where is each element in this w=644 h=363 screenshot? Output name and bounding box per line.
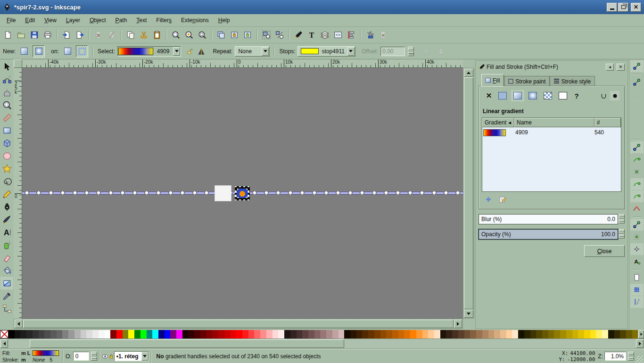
palette-swatch[interactable] bbox=[452, 330, 458, 338]
stop-select[interactable]: stop4911 bbox=[297, 46, 355, 57]
palette-config-arrow[interactable] bbox=[638, 330, 644, 338]
palette-swatch[interactable] bbox=[530, 330, 537, 338]
tab-stroke-paint[interactable]: Stroke paint bbox=[504, 76, 550, 86]
snap-bounding-box-button[interactable] bbox=[630, 76, 644, 88]
blur-spinner[interactable] bbox=[619, 214, 625, 223]
resize-grip[interactable] bbox=[636, 356, 643, 363]
palette-swatch[interactable] bbox=[380, 330, 387, 338]
swatch-button[interactable] bbox=[556, 90, 570, 101]
gradient-handle[interactable] bbox=[24, 190, 29, 195]
palette-swatch[interactable] bbox=[8, 330, 15, 338]
scroll-up-button[interactable] bbox=[464, 69, 473, 77]
group-button[interactable] bbox=[260, 29, 272, 41]
snap-nodes-button[interactable] bbox=[630, 141, 644, 153]
palette-swatch[interactable] bbox=[458, 330, 464, 338]
palette-swatch[interactable] bbox=[110, 330, 116, 338]
import-button[interactable] bbox=[60, 29, 73, 41]
layer-select-arrow[interactable] bbox=[141, 352, 149, 361]
palette-swatch[interactable] bbox=[50, 330, 57, 338]
preferences-button[interactable] bbox=[364, 29, 376, 41]
fill-rule-nonzero-button[interactable] bbox=[610, 91, 619, 100]
palette-scrollbar[interactable] bbox=[0, 338, 644, 349]
palette-swatch[interactable] bbox=[272, 330, 279, 338]
palette-swatch[interactable] bbox=[33, 330, 39, 338]
selector-button[interactable] bbox=[0, 60, 13, 73]
text-dialog-button[interactable] bbox=[305, 29, 318, 41]
palette-swatch[interactable] bbox=[308, 330, 314, 338]
gradient-handle[interactable] bbox=[168, 190, 173, 195]
palette-swatch[interactable] bbox=[494, 330, 500, 338]
rectangle-button[interactable] bbox=[0, 124, 13, 137]
master-opacity-input[interactable]: 0 bbox=[73, 352, 89, 361]
palette-swatch[interactable] bbox=[297, 330, 303, 338]
palette-swatch[interactable] bbox=[566, 330, 572, 338]
palette-swatch[interactable] bbox=[218, 330, 224, 338]
palette-swatch[interactable] bbox=[446, 330, 452, 338]
eraser-button[interactable] bbox=[0, 251, 13, 264]
linear-gradient-button[interactable] bbox=[511, 90, 524, 101]
ellipse-button[interactable] bbox=[0, 149, 13, 162]
no-paint-button[interactable]: ✕ bbox=[484, 91, 494, 101]
palette-swatch[interactable] bbox=[176, 330, 182, 338]
snap-page-border-button[interactable] bbox=[630, 272, 644, 283]
export-button[interactable] bbox=[74, 29, 86, 41]
fill-stroke-indicator[interactable]: Fill: m L Stroke: m None 5 bbox=[1, 350, 61, 363]
menu-extensions[interactable]: Extensions bbox=[176, 15, 214, 25]
gradient-handle[interactable] bbox=[420, 190, 425, 195]
gradient-handle[interactable] bbox=[372, 190, 377, 195]
gradient-handle[interactable] bbox=[336, 190, 341, 195]
palette-swatch[interactable] bbox=[464, 330, 471, 338]
palette-swatch[interactable] bbox=[632, 330, 638, 338]
snap-path-intersections-button[interactable] bbox=[630, 166, 644, 178]
snap-text-baselines-button[interactable] bbox=[630, 256, 644, 267]
menu-object[interactable]: Object bbox=[85, 15, 111, 25]
palette-swatch[interactable] bbox=[231, 330, 237, 338]
palette-swatch[interactable] bbox=[242, 330, 248, 338]
scroll-down-button[interactable] bbox=[464, 310, 473, 318]
gradient-handle[interactable] bbox=[204, 190, 209, 195]
column-header-count[interactable]: # bbox=[594, 118, 621, 127]
palette-swatch[interactable] bbox=[422, 330, 429, 338]
gradient-handle[interactable] bbox=[48, 190, 53, 195]
menu-filters[interactable]: Filters bbox=[151, 15, 176, 25]
palette-swatch[interactable] bbox=[189, 330, 195, 338]
restore-button[interactable] bbox=[618, 3, 628, 12]
palette-swatch[interactable] bbox=[614, 330, 620, 338]
palette-swatch[interactable] bbox=[368, 330, 374, 338]
gradient-row[interactable]: 4909540 bbox=[482, 127, 621, 138]
fill-indicator-swatch[interactable] bbox=[33, 350, 59, 356]
palette-swatch[interactable] bbox=[326, 330, 332, 338]
gradient-handle[interactable] bbox=[144, 190, 149, 195]
palette-swatch[interactable] bbox=[147, 330, 153, 338]
palette-swatch[interactable] bbox=[224, 330, 231, 338]
add-gradient-icon[interactable] bbox=[485, 196, 492, 203]
palette-swatch[interactable] bbox=[548, 330, 554, 338]
horizontal-scroll-thumb[interactable] bbox=[23, 320, 454, 328]
palette-swatch[interactable] bbox=[170, 330, 176, 338]
palette-swatch[interactable] bbox=[356, 330, 363, 338]
flat-color-button[interactable] bbox=[496, 90, 509, 101]
measure-button[interactable] bbox=[0, 111, 13, 124]
ruler-left[interactable]: 25k0 bbox=[14, 68, 22, 319]
palette-scroll-right-button[interactable] bbox=[636, 339, 644, 348]
gradient-button[interactable] bbox=[0, 277, 13, 289]
palette-swatch[interactable] bbox=[44, 330, 50, 338]
gradient-handle[interactable] bbox=[300, 190, 305, 195]
zoom-spinner[interactable] bbox=[628, 352, 634, 361]
palette-swatch[interactable] bbox=[212, 330, 218, 338]
gradient-handle[interactable] bbox=[108, 190, 113, 195]
palette-swatch[interactable] bbox=[428, 330, 434, 338]
close-dialog-button[interactable]: Close bbox=[584, 245, 625, 257]
gradient-handle[interactable] bbox=[60, 190, 66, 195]
gradient-handle[interactable] bbox=[288, 190, 293, 195]
palette-swatch[interactable] bbox=[254, 330, 260, 338]
palette-swatch[interactable] bbox=[152, 330, 158, 338]
open-document-button[interactable] bbox=[15, 29, 27, 41]
star-button[interactable] bbox=[0, 162, 13, 175]
node-editor-button[interactable] bbox=[0, 73, 13, 86]
unknown-paint-button[interactable]: ? bbox=[571, 91, 582, 101]
menu-view[interactable]: View bbox=[40, 15, 61, 25]
palette-swatch[interactable] bbox=[518, 330, 524, 338]
cut-button[interactable] bbox=[138, 29, 150, 41]
snap-guides-button[interactable] bbox=[630, 296, 644, 308]
